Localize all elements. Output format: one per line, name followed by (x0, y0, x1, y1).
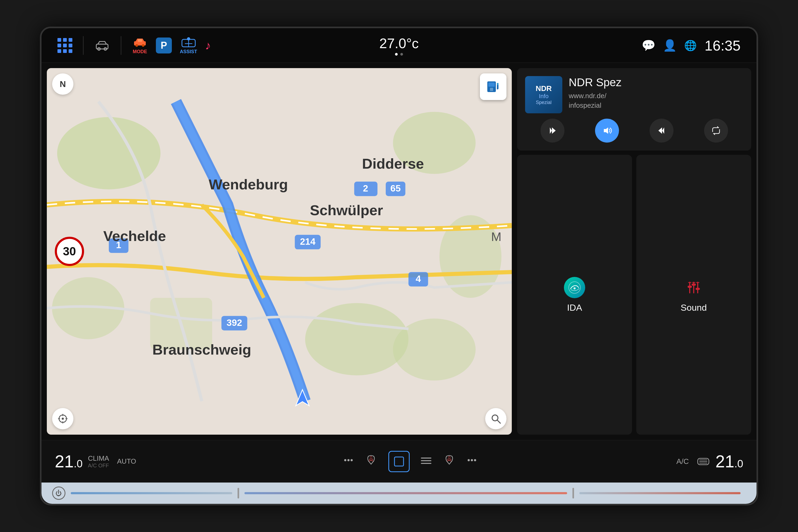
top-bar-center: 27.0°c (285, 35, 513, 56)
clima-labels: CLIMA A/C OFF (88, 454, 109, 469)
navigation-arrow (294, 388, 310, 408)
right-temp-decimal: .0 (735, 458, 743, 470)
car-nav-button[interactable] (94, 39, 110, 52)
svg-rect-38 (488, 82, 495, 87)
divider-1 (83, 36, 83, 55)
page-dots (395, 53, 403, 56)
svg-point-70 (350, 459, 353, 461)
left-temp-value: 21 (55, 452, 74, 471)
map-search-button[interactable] (485, 408, 507, 429)
ida-tile[interactable]: IDA (517, 155, 632, 435)
fan-dots-right-button[interactable] (467, 455, 477, 468)
gas-station-button[interactable] (480, 73, 507, 100)
svg-marker-52 (604, 128, 608, 134)
map-section[interactable]: 2 1 214 392 65 4 Didderse Wendeburg Schw… (47, 68, 512, 435)
map-controls-bottom (47, 408, 512, 429)
svg-text:M: M (491, 230, 501, 244)
volume-button[interactable] (595, 119, 619, 142)
fan-dots-left-button[interactable] (343, 455, 354, 468)
page-dot-1[interactable] (395, 53, 398, 56)
sound-tile[interactable]: Sound (636, 155, 751, 435)
top-bar-right: 💬 👤 🌐 16:35 (513, 37, 741, 54)
svg-point-15 (305, 303, 408, 375)
svg-rect-40 (497, 83, 498, 85)
divider-2 (121, 36, 121, 55)
svg-text:4: 4 (416, 273, 421, 284)
chat-icon[interactable]: 💬 (642, 39, 656, 52)
left-temp-display: 21 .0 (55, 452, 83, 471)
home-square-icon (392, 455, 406, 468)
svg-point-77 (474, 459, 476, 461)
search-icon (491, 413, 501, 424)
radio-card: NDR Info Spezial NDR Spez www.ndr.de/inf… (517, 68, 751, 151)
svg-point-58 (573, 287, 576, 289)
assist-label: ASSIST (180, 49, 197, 55)
home-center-button[interactable] (388, 451, 410, 472)
mode-button[interactable]: MODE (132, 36, 148, 55)
svg-marker-41 (296, 390, 309, 406)
repeat-button[interactable] (704, 119, 728, 142)
svg-marker-50 (550, 128, 552, 134)
svg-point-4 (135, 44, 138, 47)
skip-forward-button[interactable] (650, 119, 673, 142)
right-temp-value: 21 (715, 452, 734, 471)
sound-icon (683, 277, 704, 298)
temp-indicator-right (572, 488, 574, 498)
mode-car-icon (132, 36, 148, 49)
ac-off-label: A/C OFF (88, 462, 109, 469)
assist-button[interactable]: ASSIST (180, 36, 197, 55)
svg-text:Wendeburg: Wendeburg (209, 176, 288, 193)
map-north-button[interactable]: N (52, 73, 73, 95)
strip-left-zone[interactable] (71, 492, 232, 494)
car-infotainment-screen: MODE P ASSIST ♪ 27.0°c (40, 26, 758, 506)
svg-rect-39 (490, 88, 493, 91)
time-display: 16:35 (705, 37, 741, 54)
svg-text:214: 214 (300, 236, 316, 247)
home-grid-button[interactable] (57, 38, 72, 53)
menu-lines-button[interactable] (420, 455, 432, 468)
svg-rect-71 (395, 457, 403, 466)
svg-marker-54 (658, 128, 662, 134)
ida-icon (564, 277, 585, 298)
profile-icon[interactable]: 👤 (663, 39, 677, 52)
power-button[interactable]: ⏻ (52, 487, 65, 500)
climate-right: A/C 21 .0 (677, 452, 743, 471)
globe-icon[interactable]: 🌐 (684, 40, 697, 51)
svg-marker-51 (552, 128, 556, 134)
climate-controls-center (144, 451, 677, 472)
auto-label: AUTO (117, 457, 136, 466)
skip-forward-icon (657, 126, 666, 135)
rear-defrost-icon (697, 456, 710, 467)
radio-logo-info: Info (539, 93, 549, 100)
radio-url: www.ndr.de/infospezial (569, 91, 743, 110)
mode-label: MODE (133, 49, 147, 55)
page-dot-2[interactable] (400, 53, 403, 56)
repeat-icon (711, 126, 721, 136)
svg-point-68 (344, 459, 346, 461)
svg-rect-64 (696, 288, 700, 290)
volume-icon (602, 125, 612, 136)
radio-station-name: NDR Spez (569, 76, 743, 89)
sound-label: Sound (681, 302, 707, 313)
svg-rect-62 (688, 286, 692, 288)
heated-seat-left-button[interactable] (364, 454, 378, 469)
strip-center-zone[interactable] (244, 492, 567, 494)
status-icons: 💬 👤 🌐 (642, 39, 697, 52)
strip-right-zone[interactable] (580, 492, 741, 494)
map-recenter-button[interactable] (52, 408, 73, 429)
svg-rect-6 (138, 39, 142, 42)
heated-seat-right-button[interactable] (443, 454, 456, 469)
top-bar-left: MODE P ASSIST ♪ (57, 36, 285, 55)
parking-button[interactable]: P (156, 38, 172, 54)
radio-details: NDR Spez www.ndr.de/infospezial (569, 76, 743, 110)
left-temp-decimal: .0 (74, 458, 82, 470)
svg-point-76 (471, 459, 473, 461)
radio-controls (525, 119, 743, 142)
music-button[interactable]: ♪ (205, 39, 211, 52)
dots-right-icon (467, 455, 477, 466)
recenter-icon (57, 413, 68, 424)
skip-back-button[interactable] (540, 119, 565, 142)
nav-arrow-icon (294, 388, 310, 407)
map-svg: 2 1 214 392 65 4 Didderse Wendeburg Schw… (47, 68, 512, 435)
gas-station-overlay (480, 73, 507, 100)
